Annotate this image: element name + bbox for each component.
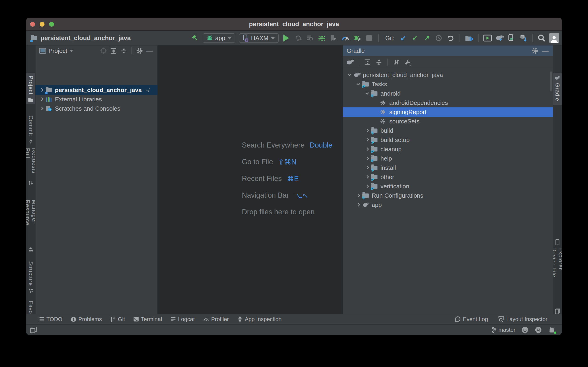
gradle-refresh-icon[interactable]	[346, 58, 354, 66]
git-update-project-icon[interactable]: ↙	[399, 34, 407, 42]
toolwindow-button-problems[interactable]: Problems	[71, 316, 102, 322]
gradle-tree-item-build[interactable]: build	[343, 126, 553, 135]
apply-code-changes-icon[interactable]	[306, 34, 314, 42]
sdk-manager-icon[interactable]	[519, 34, 527, 42]
toolwindow-button-profiler[interactable]: Profiler	[203, 316, 229, 322]
sad-feedback-icon[interactable]	[534, 326, 542, 334]
gradle-tree-item-androidDependencies[interactable]: androidDependencies	[343, 98, 553, 108]
gradle-tree-item-persistent_cloud_anchor_java[interactable]: persistent_cloud_anchor_java	[343, 70, 553, 80]
run-button[interactable]	[282, 34, 291, 42]
avd-manager-icon[interactable]	[507, 34, 515, 42]
toolbar-divider	[459, 34, 460, 42]
toolwindow-button-todo[interactable]: TODO	[38, 316, 62, 322]
chevron-collapsed-icon[interactable]	[365, 166, 369, 169]
gradle-tree-item-android[interactable]: android	[343, 89, 553, 98]
sidebar-item-project[interactable]: Project	[26, 73, 35, 104]
sidebar-item-device-file-explorer[interactable]: Device File Explorer	[553, 238, 562, 287]
chevron-expanded-icon[interactable]	[365, 91, 369, 95]
debug-button[interactable]	[318, 34, 326, 42]
toolwindow-button-app-inspection[interactable]: App Inspection	[237, 316, 282, 322]
project-tree-item-External-Libraries[interactable]: External Libraries	[35, 95, 157, 104]
gradle-tree-item-Run-Configurations[interactable]: Run Configurations	[343, 191, 553, 200]
gradle-tree-item-Tasks[interactable]: Tasks	[343, 80, 553, 89]
collapse-all-icon[interactable]	[120, 47, 128, 55]
sidebar-item-favorites[interactable]: Favorites	[26, 298, 35, 314]
gradle-panel-title[interactable]: Gradle	[347, 47, 365, 55]
sidebar-item-resource-manager[interactable]: Resource Manager	[26, 197, 35, 252]
chevron-collapsed-icon[interactable]	[356, 203, 360, 207]
project-structure-icon[interactable]	[465, 34, 473, 42]
chevron-collapsed-icon[interactable]	[356, 193, 360, 197]
gradle-tree-item-build-setup[interactable]: build setup	[343, 135, 553, 144]
chevron-expanded-icon[interactable]	[348, 72, 351, 76]
chevron-collapsed-icon[interactable]	[365, 156, 369, 160]
profile-low-overhead-icon[interactable]	[329, 34, 338, 42]
sidebar-item-gradle[interactable]: Gradle	[553, 73, 562, 105]
target-device-combo[interactable]: HAXM	[239, 33, 278, 43]
settings-gear-icon[interactable]	[136, 47, 144, 55]
stop-button[interactable]	[365, 34, 373, 42]
toolwindow-button-git[interactable]: Git	[110, 316, 125, 322]
profiler-button[interactable]	[341, 34, 350, 42]
toolwindow-button-logcat[interactable]: Logcat	[171, 316, 195, 322]
project-tree-item-Scratches-and-Consoles[interactable]: Scratches and Consoles	[35, 104, 157, 113]
git-branch-widget[interactable]: master	[491, 327, 515, 333]
git-push-icon[interactable]: ↗	[423, 34, 431, 42]
git-commit-icon[interactable]: ✓	[411, 34, 419, 42]
locate-file-icon[interactable]	[99, 47, 107, 55]
shortcut-hint: Go to File⇧⌘N	[242, 154, 333, 170]
chevron-collapsed-icon[interactable]	[365, 147, 369, 151]
gradle-tree-item-sourceSets[interactable]: sourceSets	[343, 117, 553, 126]
chevron-expanded-icon[interactable]	[356, 82, 360, 85]
settings-gear-icon[interactable]	[531, 47, 539, 55]
build-hammer-icon[interactable]	[191, 34, 199, 42]
chevron-collapsed-icon[interactable]	[365, 138, 369, 142]
sidebar-item-pull-requests[interactable]: Pull Requests	[26, 146, 35, 186]
gradle-tree-item-cleanup[interactable]: cleanup	[343, 144, 553, 154]
toolwindow-button-layout-inspector[interactable]: Layout Inspector	[498, 316, 547, 322]
gradle-tree-item-signingReport[interactable]: signingReport	[343, 108, 553, 117]
project-tree-item-persistent_cloud_anchor_java[interactable]: persistent_cloud_anchor_java~/	[35, 85, 157, 95]
gradle-tree-item-other[interactable]: other	[343, 172, 553, 182]
chevron-collapsed-icon[interactable]	[365, 184, 369, 188]
chevron-collapsed-icon[interactable]	[40, 88, 43, 92]
chevron-collapsed-icon[interactable]	[365, 175, 369, 179]
device-manager-icon[interactable]	[483, 34, 492, 42]
hide-panel-icon[interactable]: —	[541, 47, 549, 55]
gradle-tree-item-verification[interactable]: verification	[343, 182, 553, 191]
toolwindow-button-terminal[interactable]: Terminal	[133, 316, 162, 322]
profiler-icon	[203, 317, 209, 322]
expand-all-icon[interactable]	[110, 47, 118, 55]
scrollbar-thumb[interactable]	[550, 71, 552, 92]
sidebar-item-structure[interactable]: Structure	[26, 259, 35, 293]
sidebar-item-emulator[interactable]: Emulator	[553, 307, 562, 314]
toolwindow-toggle-icon[interactable]	[29, 326, 37, 334]
gradle-sync-icon[interactable]	[495, 34, 504, 42]
expand-all-icon[interactable]	[364, 58, 372, 66]
git-rollback-icon[interactable]	[446, 34, 455, 42]
toggle-offline-mode-icon[interactable]	[392, 58, 400, 66]
user-avatar[interactable]	[549, 33, 559, 43]
attach-debugger-icon[interactable]	[353, 34, 361, 42]
tree-item-label: androidDependencies	[389, 99, 448, 107]
search-everywhere-icon[interactable]	[538, 34, 546, 42]
git-history-icon[interactable]	[434, 34, 443, 42]
chevron-collapsed-icon[interactable]	[40, 107, 43, 110]
gradle-tree-item-app[interactable]: app	[343, 200, 553, 209]
run-configuration-combo[interactable]: app	[203, 33, 235, 43]
collapse-all-icon[interactable]	[375, 58, 383, 66]
breadcrumb[interactable]: persistent_cloud_anchor_java	[31, 31, 131, 45]
emulator-status-icon[interactable]	[548, 326, 556, 334]
chevron-collapsed-icon[interactable]	[365, 128, 369, 132]
happy-feedback-icon[interactable]	[521, 326, 529, 334]
apply-changes-restart-icon[interactable]: A	[294, 34, 302, 42]
sidebar-item-commit[interactable]: Commit	[26, 113, 35, 141]
chevron-down-icon[interactable]	[70, 50, 73, 52]
gradle-tree-item-help[interactable]: help	[343, 154, 553, 163]
project-panel-title[interactable]: Project	[49, 47, 67, 55]
hide-panel-icon[interactable]: —	[146, 47, 154, 55]
gradle-tree-item-install[interactable]: install	[343, 163, 553, 172]
toolwindow-button-event-log[interactable]: Event Log	[455, 316, 488, 322]
gradle-settings-wrench-icon[interactable]	[404, 58, 412, 66]
chevron-collapsed-icon[interactable]	[40, 97, 43, 101]
